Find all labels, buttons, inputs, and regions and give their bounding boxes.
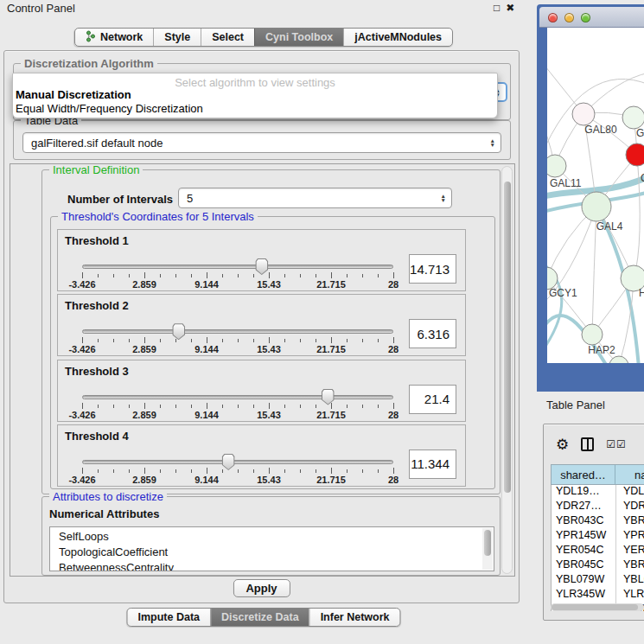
num-intervals-value: 5 xyxy=(187,192,193,205)
table-horizontal-scrollbar[interactable] xyxy=(551,603,644,611)
network-icon xyxy=(86,30,96,45)
tab-label: Network xyxy=(100,31,143,43)
table-row[interactable]: YPR145WYPR1 xyxy=(552,529,644,544)
algorithm-option[interactable]: Equal Width/Frequency Discretization xyxy=(13,102,497,116)
threshold-value-field[interactable]: 11.344 xyxy=(409,450,456,479)
network-node-label: GAL4 xyxy=(596,220,623,233)
close-traffic-light[interactable] xyxy=(548,13,558,22)
table-cell: YDR2 xyxy=(615,500,644,514)
minimize-traffic-light[interactable] xyxy=(564,13,574,22)
bottom-tab-impute-data[interactable]: Impute Data xyxy=(127,609,210,626)
network-node-label: G. xyxy=(636,127,644,139)
network-node[interactable] xyxy=(582,324,603,345)
table-cell: YER0 xyxy=(615,544,644,558)
network-node[interactable] xyxy=(572,103,595,125)
network-node-label: GAL80 xyxy=(584,124,617,136)
zoom-traffic-light[interactable] xyxy=(581,13,590,22)
tick-label: 28 xyxy=(388,344,399,354)
tab-select[interactable]: Select xyxy=(201,29,254,46)
interval-definition-label: Interval Definition xyxy=(49,163,143,176)
control-panel-titlebar: Control Panel □ ✖ xyxy=(0,0,527,17)
network-view-window: GAL80G.CGAL11GAL4GCY1HHAP2 xyxy=(537,4,644,392)
table-row[interactable]: YER054CYER0 xyxy=(552,544,644,558)
network-node[interactable] xyxy=(582,192,611,221)
attribute-list-item[interactable]: BetweennessCentrality xyxy=(50,560,494,571)
threshold-value-field[interactable]: 6.316 xyxy=(409,319,456,348)
tab-cyni-toolbox[interactable]: Cyni Toolbox xyxy=(254,29,343,46)
algorithm-option[interactable]: Manual Discretization xyxy=(13,88,497,102)
attribute-list-item[interactable]: TopologicalCoefficient xyxy=(50,545,494,560)
tick-label: 15.43 xyxy=(257,410,281,420)
threshold-slider[interactable]: -3.4262.8599.14415.4321.71528 xyxy=(82,390,393,421)
table-row[interactable]: YDL19…YDL1 xyxy=(552,485,644,500)
tick-label: 9.144 xyxy=(194,475,219,485)
table-cell: YBR0 xyxy=(615,558,644,573)
select-columns-checkboxes-icon[interactable]: ☑☑ xyxy=(606,438,627,450)
node-attribute-table[interactable]: shared…na YDL19…YDL1YDR27…YDR2YBR043CYBR… xyxy=(551,464,644,611)
top-tab-bar: NetworkStyleSelectCyni ToolboxjActiveMNo… xyxy=(74,28,453,47)
num-intervals-label: Number of Intervals xyxy=(67,193,173,206)
network-node[interactable] xyxy=(547,155,566,177)
tick-label: 2.859 xyxy=(132,475,156,485)
table-cell: YDL19… xyxy=(552,485,615,500)
table-column-header[interactable]: shared… xyxy=(552,465,615,484)
settings-scroll-area: Interval Definition Number of Intervals … xyxy=(10,163,515,577)
num-intervals-combobox[interactable]: 5 ▲▼ xyxy=(178,188,452,208)
bottom-tab-bar: Impute DataDiscretize DataInfer Network xyxy=(126,608,400,627)
tab-label: Infer Network xyxy=(321,611,390,623)
attributes-listbox[interactable]: SelfLoopsTopologicalCoefficientBetweenne… xyxy=(49,526,494,571)
network-window-titlebar[interactable] xyxy=(539,7,644,28)
bottom-tab-infer-network[interactable]: Infer Network xyxy=(309,609,400,626)
settings-vertical-scrollbar[interactable] xyxy=(501,166,513,574)
threshold-slider[interactable]: -3.4262.8599.14415.4321.71528 xyxy=(82,324,393,355)
attributes-group-label: Attributes to discretize xyxy=(49,490,167,503)
tab-network[interactable]: Network xyxy=(75,29,153,46)
table-row[interactable]: YDR27…YDR2 xyxy=(552,500,644,514)
apply-button[interactable]: Apply xyxy=(233,579,290,597)
gear-icon[interactable]: ⚙ xyxy=(556,437,569,452)
tab-style[interactable]: Style xyxy=(153,29,201,46)
network-node[interactable] xyxy=(622,106,644,129)
cyni-toolbox-panel: Discretization Algorithm ▲▼ Select algor… xyxy=(3,50,520,603)
threshold-label: Threshold 2 xyxy=(65,299,129,312)
table-cell: YBR0 xyxy=(615,514,644,529)
columns-icon[interactable] xyxy=(581,437,594,451)
threshold-panel: Threshold 3-3.4262.8599.14415.4321.71528… xyxy=(57,360,466,422)
tick-label: 2.859 xyxy=(132,344,156,354)
table-row[interactable]: YBR045CYBR0 xyxy=(552,558,644,573)
network-canvas[interactable]: GAL80G.CGAL11GAL4GCY1HHAP2 xyxy=(547,28,644,363)
threshold-label: Threshold 1 xyxy=(65,234,129,247)
network-node-label: H xyxy=(639,287,644,299)
network-node[interactable] xyxy=(609,356,628,363)
attribute-list-item[interactable]: SelfLoops xyxy=(50,529,494,545)
network-edge[interactable] xyxy=(634,155,640,278)
close-panel-icon[interactable]: ✖ xyxy=(506,2,514,14)
table-column-header[interactable]: na xyxy=(615,465,644,484)
threshold-slider[interactable]: -3.4262.8599.14415.4321.71528 xyxy=(82,259,393,290)
combo-stepper-icon: ▲▼ xyxy=(490,138,495,147)
apply-button-label: Apply xyxy=(245,582,277,595)
algorithm-placeholder: Select algorithm to view settings xyxy=(13,73,497,88)
table-cell: YPR145W xyxy=(552,529,615,544)
tick-label: 9.144 xyxy=(194,279,219,290)
table-data-combobox[interactable]: galFiltered.sif default node ▲▼ xyxy=(22,132,501,153)
threshold-value-field[interactable]: 14.713 xyxy=(409,254,456,284)
threshold-value-field[interactable]: 21.4 xyxy=(409,385,456,414)
tick-label: -3.426 xyxy=(68,344,95,354)
float-window-icon[interactable]: □ xyxy=(494,2,500,14)
attributes-scrollbar[interactable] xyxy=(482,528,493,570)
threshold-slider[interactable]: -3.4262.8599.14415.4321.71528 xyxy=(82,455,393,486)
table-row[interactable]: YBR043CYBR0 xyxy=(552,514,644,529)
bottom-tab-discretize-data[interactable]: Discretize Data xyxy=(210,609,309,626)
table-row[interactable]: YLR345WYLR3 xyxy=(552,588,644,603)
threshold-panel: Threshold 1-3.4262.8599.14415.4321.71528… xyxy=(57,229,466,291)
network-node-label: C xyxy=(641,172,644,184)
tab-jactivemnodules[interactable]: jActiveMNodules xyxy=(343,29,452,46)
algorithm-dropdown-popup: Select algorithm to view settings Manual… xyxy=(12,73,498,118)
network-node[interactable] xyxy=(626,143,644,166)
tick-label: 15.43 xyxy=(257,475,281,485)
table-row[interactable]: YBL079WYBL0 xyxy=(552,573,644,588)
table-cell: YLR345W xyxy=(552,588,615,603)
tick-label: 21.715 xyxy=(316,279,346,290)
tick-label: 2.859 xyxy=(132,279,156,290)
